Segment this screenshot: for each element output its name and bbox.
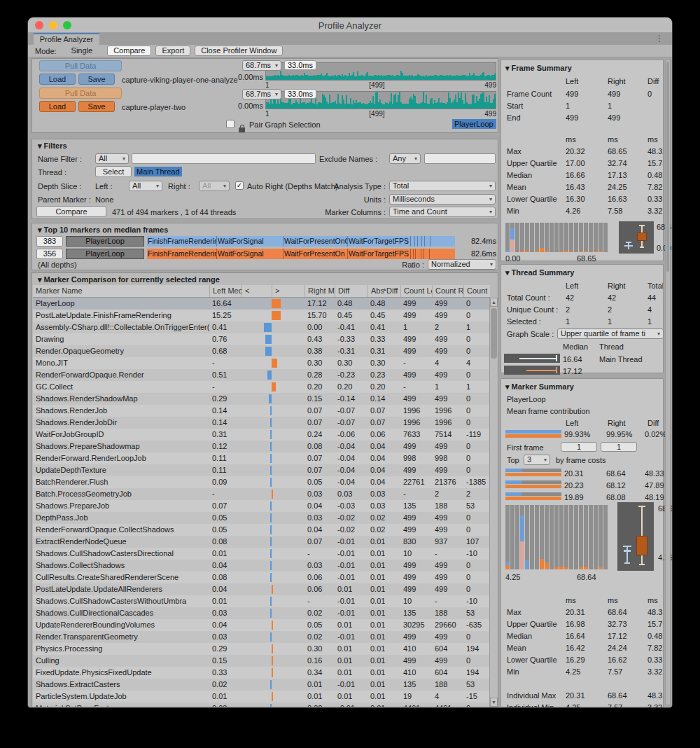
marker-segment[interactable]: WaitForPresentOn [284, 249, 348, 259]
table-row[interactable]: DepthPass.Job0.050.03-0.020.024994990 [33, 512, 490, 524]
table-row[interactable]: Shadows.RenderJobDir0.140.07-0.070.07199… [33, 417, 490, 429]
column-header[interactable]: Marker Name [33, 285, 209, 297]
marker-summary-histogram[interactable] [505, 505, 610, 569]
marker-segment[interactable] [425, 236, 430, 247]
table-row[interactable]: Shadows.CullShadowCastersDirectional0.01… [33, 548, 490, 560]
table-row[interactable]: Shadows.CullShadowCastersWithoutUmbra0.0… [33, 595, 490, 607]
scrollbar-thumb[interactable] [666, 62, 669, 272]
marker-columns-dropdown[interactable]: Time and Count▾ [389, 207, 496, 217]
table-row[interactable]: Shadows.PrepareJob0.070.04-0.030.0313518… [33, 500, 490, 512]
column-header[interactable]: < [241, 285, 272, 297]
table-row[interactable]: UpdateDepthTexture0.110.07-0.040.0449949… [33, 464, 490, 476]
table-row[interactable]: Render.TransparentGeometry0.030.02-0.010… [33, 631, 490, 643]
titlebar[interactable]: Profile Analyzer [28, 18, 672, 33]
ratio-dropdown[interactable]: Normalized▾ [428, 259, 496, 270]
save-right-button[interactable]: Save [78, 101, 115, 112]
table-row[interactable]: Shadows.RenderShadowMap0.290.15-0.140.14… [33, 393, 490, 405]
first-frame-left-button[interactable]: 1 [561, 442, 597, 452]
graph-range-dropdown-left[interactable]: 68.7ms▾ [242, 60, 281, 71]
median-frame-index-button[interactable]: 383 [36, 236, 63, 247]
table-row[interactable]: Render.OpaqueGeometry0.680.38-0.310.3149… [33, 345, 490, 357]
column-header[interactable]: Right Median [304, 285, 335, 297]
selected-marker-chip[interactable]: PlayerLoop [452, 119, 496, 129]
table-row[interactable]: WaitForJobGroupID0.310.24-0.060.06763375… [33, 429, 490, 441]
mode-compare-button[interactable]: Compare [107, 46, 151, 56]
first-frame-right-button[interactable]: 1 [601, 442, 637, 452]
auto-right-checkbox[interactable]: ✓ [235, 181, 244, 190]
marker-segment[interactable]: WaitForTargetFPS [348, 236, 411, 247]
load-right-button[interactable]: Load [39, 101, 76, 112]
table-row[interactable]: Shadows.CollectShadows0.040.03-0.010.014… [33, 560, 490, 572]
top10-title[interactable]: ▾ Top 10 markers on median frames [38, 225, 168, 235]
marker-segment[interactable] [424, 249, 430, 259]
thread-range-graph[interactable] [504, 354, 560, 363]
pull-data-right-button[interactable]: Pull Data [39, 88, 122, 99]
table-row[interactable]: Batch.ProcessGeometryJob-0.030.030.03-22 [33, 488, 490, 500]
table-row[interactable]: PostLateUpdate.UpdateAllRenderers0.040.0… [33, 583, 490, 595]
table-row[interactable]: FixedUpdate.PhysicsFixedUpdate0.330.340.… [33, 667, 490, 679]
table-row[interactable]: RenderForward.RenderLoopJob0.110.07-0.04… [33, 452, 490, 464]
save-left-button[interactable]: Save [78, 74, 115, 85]
table-row[interactable]: Shadows.PrepareShadowmap0.120.08-0.040.0… [33, 441, 490, 452]
table-row[interactable]: PostLateUpdate.FinishFrameRendering15.25… [33, 310, 490, 321]
table-row[interactable]: Material.SetPassFast0.030.02-0.010.01449… [33, 702, 490, 707]
table-row[interactable]: Shadows.RenderJob0.140.07-0.070.07199619… [33, 405, 490, 417]
load-left-button[interactable]: Load [39, 74, 76, 85]
exclude-mode-dropdown[interactable]: Any▾ [389, 153, 421, 164]
mode-single-button[interactable]: Single [61, 46, 104, 56]
table-row[interactable]: Shadows.CullDirectionalCascades0.030.02-… [33, 607, 490, 619]
export-button[interactable]: Export [155, 46, 190, 56]
analysis-type-dropdown[interactable]: Total▾ [389, 181, 496, 191]
thread-select-button[interactable]: Select [95, 166, 132, 177]
right-panel-scrollbar[interactable] [665, 60, 671, 705]
graph-scale-dropdown[interactable]: Upper quartile of frame ti▾ [557, 328, 664, 339]
top-count-dropdown[interactable]: 3▾ [524, 455, 550, 465]
kebab-menu-icon[interactable]: ⋮ [655, 34, 664, 44]
units-dropdown[interactable]: Milliseconds▾ [389, 194, 496, 205]
marker-segment-root[interactable]: PlayerLoop [66, 249, 144, 259]
marker-comparison-title[interactable]: ▾ Marker Comparison for currently select… [38, 275, 220, 284]
marker-segment[interactable]: WaitForSignal [217, 249, 284, 259]
exclude-names-input[interactable] [424, 153, 496, 164]
marker-segment-root[interactable]: PlayerLoop [66, 236, 144, 247]
graph-range-dropdown-right[interactable]: 68.7ms▾ [242, 89, 281, 99]
column-header[interactable]: > [272, 285, 304, 297]
table-row[interactable]: ParticleSystem.UpdateJob0.010.010.010.01… [33, 691, 490, 702]
marker-segment[interactable] [416, 249, 421, 259]
marker-segment[interactable]: FinishFrameRendering [147, 249, 217, 259]
median-frame-index-button[interactable]: 356 [36, 249, 63, 259]
table-row[interactable]: Assembly-CSharp.dll!::Collectable.OnTrig… [33, 321, 490, 333]
table-row[interactable]: RenderForwardOpaque.Render0.510.28-0.230… [33, 369, 490, 381]
column-header[interactable]: Count Left [400, 285, 432, 297]
lock-icon[interactable] [239, 127, 245, 132]
table-row[interactable]: BatchRenderer.Flush0.090.05-0.040.042276… [33, 476, 490, 488]
frame-summary-histogram[interactable] [505, 223, 610, 252]
table-row[interactable]: Physics.Processing0.290.300.010.01410604… [33, 643, 490, 655]
table-row[interactable]: CullResults.CreateSharedRendererScene0.0… [33, 572, 490, 583]
scroll-down-icon[interactable]: ▼ [490, 698, 498, 707]
marker-segment[interactable]: FinishFrameRendering [147, 236, 217, 247]
marker-segment[interactable]: WaitForSignal [217, 236, 284, 247]
depth-left-dropdown[interactable]: All▾ [129, 181, 162, 191]
pull-data-left-button[interactable]: Pull Data [39, 60, 122, 71]
scrollbar-thumb[interactable] [491, 308, 497, 359]
scroll-up-icon[interactable]: ▲ [490, 298, 498, 307]
marker-segment[interactable]: WaitForTargetFPS [348, 249, 411, 259]
pair-graph-selection-checkbox[interactable] [226, 120, 234, 128]
frame-summary-title[interactable]: ▾ Frame Summary [505, 63, 572, 73]
tab-profile-analyzer[interactable]: Profile Analyzer [34, 33, 99, 45]
table-scrollbar[interactable]: ▲ ▼ [489, 298, 498, 707]
column-header[interactable]: Left Median [209, 285, 241, 297]
column-header[interactable]: Count Delta [463, 285, 490, 297]
marker-segment[interactable]: WaitForPresentOnG [284, 236, 348, 247]
table-row[interactable]: PlayerLoop16.6417.120.480.484994990 [33, 298, 490, 310]
thread-summary-title[interactable]: ▾ Thread Summary [505, 268, 574, 277]
marker-summary-boxplot[interactable] [617, 502, 654, 571]
thread-range-graph[interactable] [504, 366, 560, 375]
column-header[interactable]: Diff [335, 285, 368, 297]
table-row[interactable]: ExtractRenderNodeQueue0.080.07-0.010.018… [33, 536, 490, 548]
name-filter-mode-dropdown[interactable]: All▾ [95, 153, 129, 164]
column-header[interactable]: Abs Diff▲ [368, 285, 400, 297]
table-row[interactable]: GC.Collect-0.200.200.20-11 [33, 381, 490, 393]
table-row[interactable]: Culling0.150.160.010.014994990 [33, 655, 490, 667]
